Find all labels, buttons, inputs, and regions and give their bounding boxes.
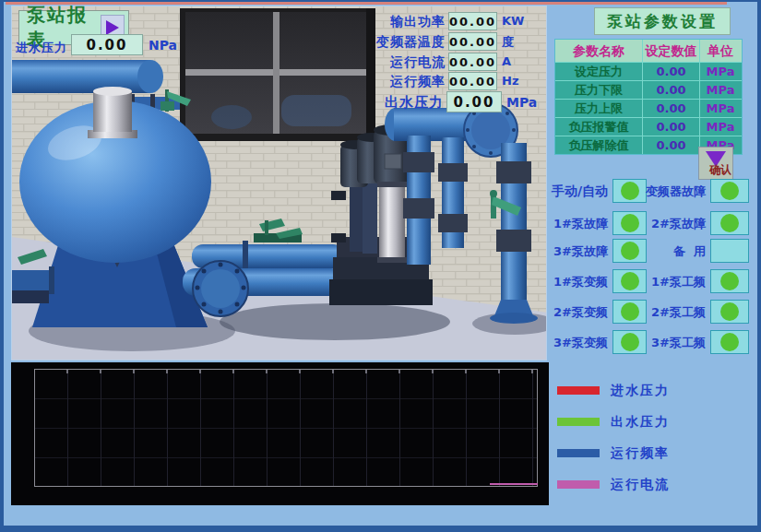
status-lamp-pump2-mains xyxy=(710,300,749,324)
hmi-main-screen: 泵站报表 进水压力 0.00 NPa 输出功率 00.00 KW 变频器温度 0… xyxy=(0,0,761,532)
readout-unit: KW xyxy=(502,14,524,28)
readout-unit: Hz xyxy=(502,74,518,88)
settings-table: 参数名称 设定数值 单位 设定压力 0.00 MPa 压力下限 0.00 MPa… xyxy=(554,39,743,155)
status-lamp-pump1-mains xyxy=(710,269,749,293)
status-label: 3#泵故障 xyxy=(549,243,608,260)
status-lamp-spare xyxy=(710,239,749,263)
inlet-pressure-value: 0.00 xyxy=(71,34,143,55)
param-name: 负压解除值 xyxy=(555,136,642,154)
confirm-button-label: 确认 xyxy=(709,162,731,178)
param-unit: MPa xyxy=(699,100,741,117)
readout-unit: 度 xyxy=(502,34,514,51)
readout-value: 00.00 xyxy=(448,72,497,90)
param-value[interactable]: 0.00 xyxy=(642,100,699,117)
readout-label: 运行频率 xyxy=(366,74,446,90)
param-unit: MPa xyxy=(699,81,741,99)
right-panel: 泵站参数设置 参数名称 设定数值 单位 设定压力 0.00 MPa 压力下限 0… xyxy=(549,2,761,532)
status-label: 3#泵变频 xyxy=(549,335,608,351)
status-lamp-pump2-fault xyxy=(710,211,749,235)
pump-shadow xyxy=(220,303,450,340)
param-unit: MPa xyxy=(699,118,741,136)
param-name: 压力上限 xyxy=(555,100,642,117)
table-row: 负压报警值 0.00 MPa xyxy=(555,117,742,136)
legend-swatch-outlet xyxy=(557,418,600,426)
settings-title: 泵站参数设置 xyxy=(594,7,731,35)
legend-swatch-inlet xyxy=(557,386,600,395)
param-name: 压力下限 xyxy=(555,81,642,99)
param-unit: MPa xyxy=(699,63,741,80)
status-label: 变频器故障 xyxy=(641,183,706,200)
status-label: 1#泵工频 xyxy=(641,274,706,290)
readout-value: 00.00 xyxy=(448,53,497,71)
legend-label: 运行电流 xyxy=(611,477,670,493)
status-label: 2#泵故障 xyxy=(641,216,706,232)
table-row: 设定压力 0.00 MPa xyxy=(555,62,742,80)
param-value[interactable]: 0.00 xyxy=(642,136,699,154)
outlet-pressure-value: 0.00 xyxy=(446,91,502,112)
param-value[interactable]: 0.00 xyxy=(642,63,699,80)
trend-pen-current xyxy=(490,483,538,485)
readout-unit: A xyxy=(502,54,511,68)
status-label: 备 用 xyxy=(641,243,706,260)
col-header: 参数名称 xyxy=(555,40,642,62)
status-label: 3#泵工频 xyxy=(641,335,706,351)
col-header: 单位 xyxy=(699,40,741,62)
confirm-button[interactable]: 确认 xyxy=(698,147,733,180)
col-header: 设定数值 xyxy=(642,40,699,62)
legend-label: 运行频率 xyxy=(611,445,670,462)
outlet-pressure-label: 出水压力 xyxy=(359,94,444,112)
legend-label: 进水压力 xyxy=(611,383,670,399)
status-label: 1#泵变频 xyxy=(549,274,608,290)
chart-top-ticks xyxy=(35,370,537,373)
table-row: 压力下限 0.00 MPa xyxy=(555,80,742,99)
readout-value: 00.00 xyxy=(448,32,497,51)
trend-chart-plot-area xyxy=(34,369,538,487)
status-label: 手动/自动 xyxy=(549,183,608,200)
settings-table-header: 参数名称 设定数值 单位 xyxy=(555,40,742,62)
readout-label: 变频器温度 xyxy=(366,34,446,51)
legend-swatch-frequency xyxy=(557,449,600,457)
readout-label: 输出功率 xyxy=(366,14,446,30)
status-label: 2#泵变频 xyxy=(549,304,608,321)
trend-chart xyxy=(11,362,549,505)
inlet-pressure-label: 进水压力 xyxy=(16,40,67,56)
param-value[interactable]: 0.00 xyxy=(642,81,699,99)
status-lamp-pump3-mains xyxy=(710,330,749,354)
legend-label: 出水压力 xyxy=(611,414,670,431)
param-value[interactable]: 0.00 xyxy=(642,118,699,136)
readout-value: 00.00 xyxy=(448,12,497,30)
table-row: 压力上限 0.00 MPa xyxy=(555,99,742,117)
param-name: 负压报警值 xyxy=(555,118,642,136)
status-label: 1#泵故障 xyxy=(549,216,608,232)
status-lamp-vfd-fault xyxy=(710,179,749,203)
window xyxy=(180,8,375,141)
status-label: 2#泵工频 xyxy=(641,304,706,321)
inlet-pressure-unit: NPa xyxy=(149,38,177,53)
param-name: 设定压力 xyxy=(555,63,642,80)
legend-swatch-current xyxy=(557,480,600,489)
readout-label: 运行电流 xyxy=(366,54,446,71)
outlet-pressure-unit: MPa xyxy=(506,95,537,110)
